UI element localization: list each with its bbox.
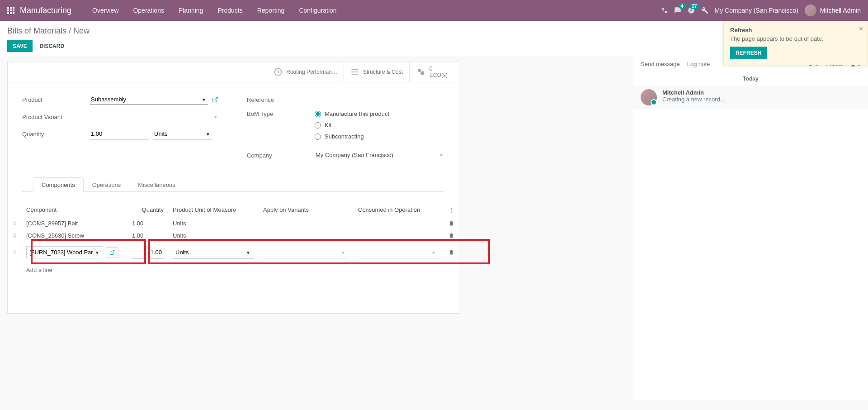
drag-handle-icon[interactable]: ⇳ <box>8 242 22 263</box>
svg-rect-6 <box>7 12 9 14</box>
svg-rect-1 <box>10 7 12 9</box>
quantity-input[interactable] <box>90 129 149 139</box>
table-row[interactable]: ⇳ [CONS_25630] Screw 1.00 Units <box>8 229 459 242</box>
refresh-notification: × Refresh The page appears to be out of … <box>723 21 868 65</box>
activities-badge: 27 <box>689 3 699 9</box>
message-author: Mitchell Admin <box>662 89 725 96</box>
svg-rect-3 <box>7 10 9 11</box>
refresh-button[interactable]: REFRESH <box>730 47 767 59</box>
notif-body: The page appears to be out of date. <box>730 35 861 42</box>
radio-kit[interactable]: Kit <box>315 122 444 129</box>
label-bomtype: BoM Type <box>247 110 315 117</box>
company-select[interactable]: My Company (San Francisco) ▼ <box>315 150 444 161</box>
radio-subcontracting[interactable]: Subcontracting <box>315 133 444 140</box>
quantity-cell-input[interactable] <box>132 247 164 258</box>
svg-rect-5 <box>13 10 14 11</box>
svg-rect-10 <box>351 69 358 70</box>
components-table: Component Quantity Product Unit of Measu… <box>8 203 459 313</box>
nav-right: 4 27 My Company (San Francisco) Mitchell… <box>661 5 861 16</box>
form-tabs: Components Operations Miscellaneous <box>22 177 444 192</box>
nav-reporting[interactable]: Reporting <box>250 0 292 21</box>
svg-rect-4 <box>10 10 12 11</box>
add-line-link[interactable]: Add a line <box>22 263 459 277</box>
uom-cell-input[interactable] <box>173 247 254 258</box>
apps-icon[interactable] <box>7 7 14 14</box>
activities-icon[interactable]: 27 <box>688 7 695 14</box>
drag-handle-icon[interactable]: ⇳ <box>8 229 22 242</box>
nav-overview[interactable]: Overview <box>85 0 126 21</box>
th-component: Component <box>22 203 127 217</box>
table-row-editing[interactable]: ⇳ ▼ <box>8 242 459 263</box>
svg-rect-8 <box>13 12 14 14</box>
message-item: Mitchell Admin Creating a new record... <box>633 86 868 109</box>
avatar <box>641 89 657 105</box>
svg-point-13 <box>418 69 421 72</box>
column-options-icon[interactable]: ⋮ <box>444 203 459 217</box>
phone-icon[interactable] <box>661 7 668 14</box>
label-product: Product <box>22 96 90 103</box>
messages-badge: 4 <box>679 3 686 9</box>
product-input[interactable] <box>90 94 208 105</box>
svg-rect-12 <box>351 74 358 75</box>
th-uom: Product Unit of Measure <box>168 203 259 217</box>
debug-icon[interactable] <box>701 7 708 14</box>
messages-icon[interactable]: 4 <box>674 7 681 14</box>
nav-configuration[interactable]: Configuration <box>292 0 344 21</box>
notif-title: Refresh <box>730 27 861 33</box>
label-quantity: Quantity <box>22 131 90 138</box>
avatar <box>805 5 816 16</box>
user-menu[interactable]: Mitchell Admin <box>805 5 861 16</box>
clock-icon <box>274 67 283 76</box>
quantity-uom-input[interactable] <box>153 129 212 139</box>
trash-icon[interactable] <box>444 217 459 230</box>
tab-misc[interactable]: Miscellaneous <box>129 177 184 192</box>
nav-menu: Overview Operations Planning Products Re… <box>85 0 344 21</box>
label-variant: Product Variant <box>22 114 90 120</box>
stat-structure[interactable]: Structure & Cost <box>344 62 409 82</box>
trash-icon[interactable] <box>444 242 459 263</box>
th-consumed: Consumed in Operation <box>354 203 444 217</box>
svg-rect-0 <box>7 7 9 9</box>
log-note-button[interactable]: Log note <box>687 61 710 67</box>
tab-operations[interactable]: Operations <box>84 177 130 192</box>
label-reference: Reference <box>247 96 315 103</box>
nav-planning[interactable]: Planning <box>171 0 211 21</box>
svg-point-14 <box>420 72 424 75</box>
external-link-icon[interactable] <box>211 95 220 104</box>
chevron-down-icon: ▼ <box>439 153 443 157</box>
stat-routing[interactable]: Routing Performan… <box>267 62 344 82</box>
discard-button[interactable]: DISCARD <box>34 40 70 52</box>
variants-cell-input[interactable] <box>263 247 349 258</box>
component-input[interactable] <box>26 246 103 258</box>
consumed-cell-input[interactable] <box>358 247 439 258</box>
send-message-button[interactable]: Send message <box>641 61 680 67</box>
stat-eco[interactable]: 0 ECO(s) <box>409 62 459 82</box>
top-navbar: Manufacturing Overview Operations Planni… <box>0 0 868 21</box>
stat-bar: Routing Performan… Structure & Cost 0 EC… <box>8 62 459 82</box>
form-sheet: Routing Performan… Structure & Cost 0 EC… <box>7 62 459 314</box>
nav-operations[interactable]: Operations <box>126 0 171 21</box>
save-button[interactable]: SAVE <box>7 40 33 52</box>
drag-handle-icon[interactable]: ⇳ <box>8 217 22 230</box>
message-body: Creating a new record... <box>662 96 725 103</box>
th-quantity: Quantity <box>127 203 168 217</box>
nav-products[interactable]: Products <box>210 0 250 21</box>
list-icon <box>350 67 359 76</box>
gears-icon <box>416 67 426 76</box>
close-icon[interactable]: × <box>859 25 863 33</box>
label-company: Company <box>247 152 315 159</box>
company-selector[interactable]: My Company (San Francisco) <box>715 7 798 14</box>
trash-icon[interactable] <box>444 229 459 242</box>
radio-manufacture[interactable]: Manufacture this product <box>315 110 444 117</box>
th-variants: Apply on Variants <box>259 203 354 217</box>
svg-rect-2 <box>13 7 14 9</box>
breadcrumb-current: New <box>73 26 90 35</box>
app-name[interactable]: Manufacturing <box>20 6 71 15</box>
tab-components[interactable]: Components <box>33 177 84 192</box>
chatter-panel: Send message Log note 0 Follow 0 Today M… <box>633 56 868 400</box>
date-divider: Today <box>633 76 868 82</box>
table-row[interactable]: ⇳ [CONS_89957] Bolt 1.00 Units <box>8 217 459 230</box>
external-link-button[interactable] <box>106 247 118 258</box>
variant-input[interactable] <box>90 111 220 122</box>
breadcrumb-root[interactable]: Bills of Materials <box>7 26 66 35</box>
